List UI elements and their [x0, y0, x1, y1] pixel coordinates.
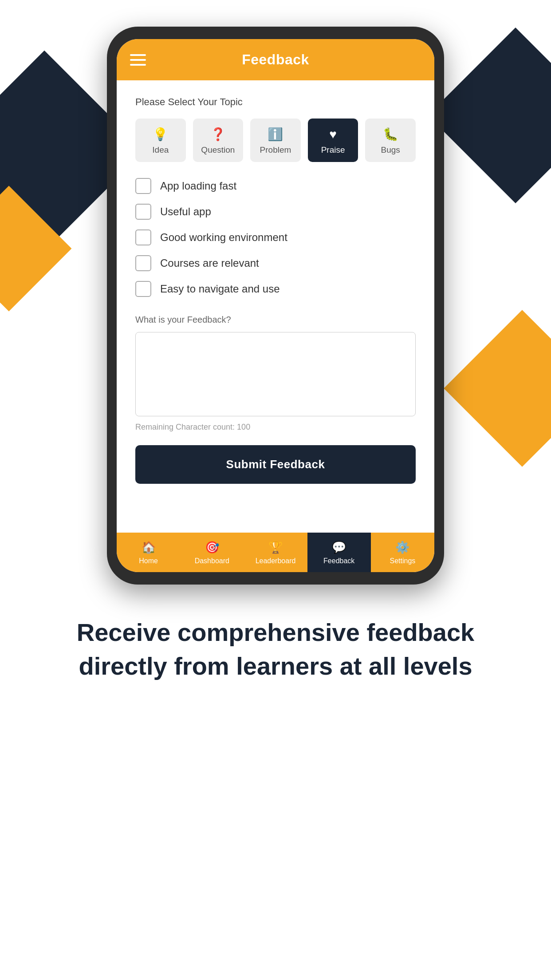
- checkbox-label-useful-app: Useful app: [160, 205, 211, 218]
- page-wrapper: Feedback Please Select Your Topic 💡 Idea…: [0, 0, 551, 718]
- content-area: Please Select Your Topic 💡 Idea ❓ Questi…: [117, 80, 434, 533]
- checkbox-useful-app[interactable]: [135, 204, 151, 220]
- hamburger-line-3: [130, 64, 146, 66]
- question-label: Question: [201, 145, 235, 155]
- checkbox-item-easy-navigate[interactable]: Easy to navigate and use: [135, 281, 416, 297]
- question-icon: ❓: [210, 128, 226, 141]
- phone-frame: Feedback Please Select Your Topic 💡 Idea…: [107, 27, 444, 585]
- checkbox-list: App loading fast Useful app Good working…: [135, 178, 416, 297]
- topic-btn-problem[interactable]: ℹ️ Problem: [250, 119, 301, 162]
- char-count-label: Remaining Character count: 100: [135, 423, 416, 432]
- shape-mid-left: [0, 186, 71, 312]
- tagline-text: Receive comprehensive feedback directly …: [53, 616, 498, 683]
- checkbox-label-courses-relevant: Courses are relevant: [160, 257, 259, 269]
- topic-buttons-row: 💡 Idea ❓ Question ℹ️ Problem ♥ Praise: [135, 119, 416, 162]
- checkbox-item-app-loading[interactable]: App loading fast: [135, 178, 416, 194]
- phone-spacer: [135, 493, 416, 519]
- bugs-icon: 🐛: [383, 128, 398, 141]
- feedback-icon: 💬: [332, 541, 346, 554]
- tagline-section: Receive comprehensive feedback directly …: [0, 585, 551, 718]
- checkbox-label-app-loading: App loading fast: [160, 180, 236, 192]
- checkbox-label-easy-navigate: Easy to navigate and use: [160, 283, 280, 295]
- settings-icon: ⚙️: [395, 541, 409, 554]
- praise-icon: ♥: [329, 128, 337, 141]
- checkbox-good-working[interactable]: [135, 229, 151, 245]
- idea-label: Idea: [152, 145, 169, 155]
- nav-item-leaderboard[interactable]: 🏆 Leaderboard: [244, 533, 307, 572]
- topic-btn-praise[interactable]: ♥ Praise: [308, 119, 358, 162]
- bugs-label: Bugs: [381, 145, 400, 155]
- leaderboard-icon: 🏆: [268, 541, 283, 554]
- topic-section-label: Please Select Your Topic: [135, 96, 416, 108]
- topic-btn-idea[interactable]: 💡 Idea: [135, 119, 186, 162]
- hamburger-line-2: [130, 59, 146, 61]
- phone-screen: Feedback Please Select Your Topic 💡 Idea…: [117, 39, 434, 572]
- page-title: Feedback: [242, 51, 309, 68]
- checkbox-label-good-working: Good working environment: [160, 231, 287, 244]
- topic-btn-question[interactable]: ❓ Question: [193, 119, 244, 162]
- checkbox-item-useful-app[interactable]: Useful app: [135, 204, 416, 220]
- problem-icon: ℹ️: [268, 128, 283, 141]
- shape-right: [428, 28, 551, 203]
- top-bar: Feedback: [117, 39, 434, 80]
- nav-label-settings: Settings: [390, 557, 416, 565]
- problem-label: Problem: [260, 145, 291, 155]
- checkbox-app-loading[interactable]: [135, 178, 151, 194]
- nav-item-feedback[interactable]: 💬 Feedback: [307, 533, 371, 572]
- bottom-nav: 🏠 Home 🎯 Dashboard 🏆 Leaderboard 💬 Feedb…: [117, 533, 434, 572]
- topic-btn-bugs[interactable]: 🐛 Bugs: [365, 119, 416, 162]
- checkbox-courses-relevant[interactable]: [135, 255, 151, 271]
- idea-icon: 💡: [153, 128, 168, 141]
- submit-feedback-button[interactable]: Submit Feedback: [135, 445, 416, 484]
- checkbox-item-courses-relevant[interactable]: Courses are relevant: [135, 255, 416, 271]
- feedback-section: What is your Feedback? Remaining Charact…: [135, 315, 416, 432]
- feedback-textarea[interactable]: [135, 332, 416, 416]
- nav-label-dashboard: Dashboard: [195, 557, 229, 565]
- home-icon: 🏠: [142, 541, 156, 554]
- nav-item-dashboard[interactable]: 🎯 Dashboard: [180, 533, 244, 572]
- nav-label-feedback: Feedback: [323, 557, 354, 565]
- hamburger-button[interactable]: [130, 54, 146, 66]
- nav-item-settings[interactable]: ⚙️ Settings: [371, 533, 434, 572]
- checkbox-item-good-working[interactable]: Good working environment: [135, 229, 416, 245]
- nav-label-leaderboard: Leaderboard: [256, 557, 296, 565]
- checkbox-easy-navigate[interactable]: [135, 281, 151, 297]
- nav-item-home[interactable]: 🏠 Home: [117, 533, 180, 572]
- nav-label-home: Home: [139, 557, 158, 565]
- dashboard-icon: 🎯: [205, 541, 219, 554]
- feedback-question-label: What is your Feedback?: [135, 315, 416, 325]
- hamburger-line-1: [130, 54, 146, 56]
- shape-bottom-right: [444, 310, 551, 467]
- praise-label: Praise: [321, 145, 345, 155]
